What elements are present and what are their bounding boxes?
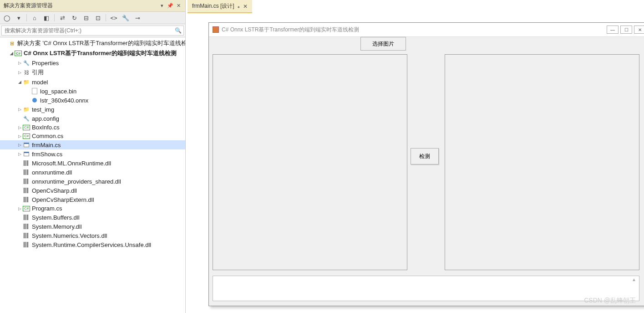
twisty-icon[interactable] [2,40,8,46]
cs-file-icon: C# [23,125,30,130]
sys-runtime-dll-node[interactable]: System.Runtime.CompilerServices.Unsafe.d… [0,240,185,249]
show-all-icon[interactable]: ⊡ [94,14,102,22]
form-title: C# Onnx LSTR基于Transformer的端到端实时车道线检测 [222,26,359,34]
references-node[interactable]: ▷ ⛓ 引用 [0,67,185,77]
close-icon[interactable]: ✕ [175,3,182,9]
model-folder-node[interactable]: ◢ 📁 model [0,77,185,87]
minimize-button[interactable]: — [607,26,619,34]
preview-icon[interactable]: ⊸ [133,14,142,22]
twisty-icon[interactable]: ▷ [16,106,23,113]
form-body[interactable]: 选择图片 检测 ▲ [209,37,644,306]
frmmain-node[interactable]: ▷ frmMain.cs [0,140,185,149]
design-surface[interactable]: C# Onnx LSTR基于Transformer的端到端实时车道线检测 — ☐… [186,13,644,313]
opencv-dll-node[interactable]: OpenCvSharp.dll [0,186,185,195]
solution-node[interactable]: ⊞ 解决方案 'C# Onnx LSTR基于Transformer的端到端实时车… [0,38,185,48]
search-container: 🔍 [0,24,185,37]
properties-node[interactable]: ▷ 🔧 Properties [0,58,185,67]
collapse-icon[interactable]: ⊟ [82,14,90,22]
detect-button[interactable]: 检测 [411,148,439,164]
project-label: C# Onnx LSTR基于Transformer的端到端实时车道线检测 [24,49,177,57]
sys-buf-label: System.Buffers.dll [32,214,80,221]
back-icon[interactable]: ◯ [3,14,11,22]
boxinfo-node[interactable]: ▷ C# BoxInfo.cs [0,123,185,132]
view-code-icon[interactable]: <> [110,14,118,22]
form-icon [23,141,30,149]
solution-view-icon[interactable]: ◧ [42,14,51,22]
log-space-node[interactable]: log_space.bin [0,87,185,96]
window-buttons: — ☐ ✕ [607,26,644,34]
left-picture-panel[interactable] [213,54,407,270]
twisty-icon[interactable]: ▷ [16,142,23,148]
onnxrt-prov-label: onnxruntime_providers_shared.dll [32,178,121,185]
home-icon[interactable]: ⌂ [30,14,39,22]
pin-icon[interactable]: ⬥ [237,4,240,9]
opencv-ext-label: OpenCvSharpExtern.dll [32,196,94,203]
dll-icon [23,214,30,221]
solution-tree[interactable]: ⊞ 解决方案 'C# Onnx LSTR基于Transformer的端到端实时车… [0,37,185,313]
test-img-label: test_img [32,106,54,113]
twisty-icon[interactable]: ▷ [16,151,23,157]
twisty-icon[interactable]: ◢ [8,50,15,56]
onnxrt-label: onnxruntime.dll [32,169,72,176]
select-image-label: 选择图片 [372,40,394,48]
onnxrt-prov-dll-node[interactable]: onnxruntime_providers_shared.dll [0,177,185,186]
properties-icon[interactable]: 🔧 [122,14,130,22]
dll-icon [23,196,30,203]
sys-numerics-dll-node[interactable]: System.Numerics.Vectors.dll [0,231,185,240]
frmmain-label: frmMain.cs [32,142,61,149]
twisty-icon[interactable]: ▷ [16,69,23,76]
config-icon: 🔧 [23,115,30,122]
tab-frmmain-design[interactable]: frmMain.cs [设计] ⬥ ✕ [188,0,252,13]
onnxrt-dll-node[interactable]: onnxruntime.dll [0,168,185,177]
twisty-icon[interactable]: ▷ [16,133,23,139]
test-img-folder-node[interactable]: ▷ 📁 test_img [0,105,185,114]
twisty-icon[interactable]: ▷ [16,124,23,131]
folder-icon: 📁 [23,106,30,113]
form-title-left: C# Onnx LSTR基于Transformer的端到端实时车道线检测 [213,26,359,34]
model-label: model [32,79,48,86]
maximize-button[interactable]: ☐ [620,26,632,34]
app-icon [213,26,219,33]
project-node[interactable]: ◢ C# C# Onnx LSTR基于Transformer的端到端实时车道线检… [0,48,185,58]
separator [106,14,106,21]
sync-icon[interactable]: ⇄ [58,14,66,22]
dll-icon [23,223,30,230]
select-image-button[interactable]: 选择图片 [360,37,406,51]
dll-icon [23,232,30,239]
program-label: Program.cs [32,205,62,212]
search-icon[interactable]: 🔍 [175,27,182,34]
app-config-node[interactable]: 🔧 app.config [0,114,185,123]
sys-memory-dll-node[interactable]: System.Memory.dll [0,222,185,231]
onnx-file-node[interactable]: lstr_360x640.onnx [0,96,185,105]
frmshow-label: frmShow.cs [32,151,62,158]
common-label: Common.cs [32,133,63,139]
bottom-text-panel[interactable]: ▲ [213,276,639,301]
sys-mem-label: System.Memory.dll [32,223,82,230]
twisty-icon[interactable]: ▷ [16,60,23,66]
close-icon[interactable]: ✕ [243,3,248,10]
twisty-icon[interactable]: ▷ [16,205,23,212]
scroll-up-icon[interactable]: ▲ [632,277,638,283]
dll-icon [23,169,30,176]
close-button[interactable]: ✕ [634,26,644,34]
dropdown-icon[interactable]: ▾ [159,3,165,9]
dll-icon [23,241,30,248]
twisty-icon[interactable]: ◢ [16,79,23,85]
refresh-icon[interactable]: ↻ [70,14,78,22]
sys-buffers-dll-node[interactable]: System.Buffers.dll [0,213,185,222]
form-icon [23,150,30,158]
folder-icon: 📁 [23,78,30,86]
opencv-ext-dll-node[interactable]: OpenCvSharpExtern.dll [0,195,185,204]
form-preview[interactable]: C# Onnx LSTR基于Transformer的端到端实时车道线检测 — ☐… [208,22,644,306]
sys-rt-label: System.Runtime.CompilerServices.Unsafe.d… [32,241,151,248]
pin-icon[interactable]: 📌 [167,3,173,9]
tab-label: frmMain.cs [设计] [192,2,234,10]
common-node[interactable]: ▷ C# Common.cs [0,132,185,140]
forward-icon[interactable]: ▾ [15,14,23,22]
frmshow-node[interactable]: ▷ frmShow.cs [0,149,185,159]
ms-onnx-dll-node[interactable]: Microsoft.ML.OnnxRuntime.dll [0,159,185,168]
search-input[interactable] [1,26,184,36]
panel-title: 解决方案资源管理器 [4,2,53,10]
program-node[interactable]: ▷ C# Program.cs [0,204,185,213]
right-picture-panel[interactable] [445,54,639,270]
